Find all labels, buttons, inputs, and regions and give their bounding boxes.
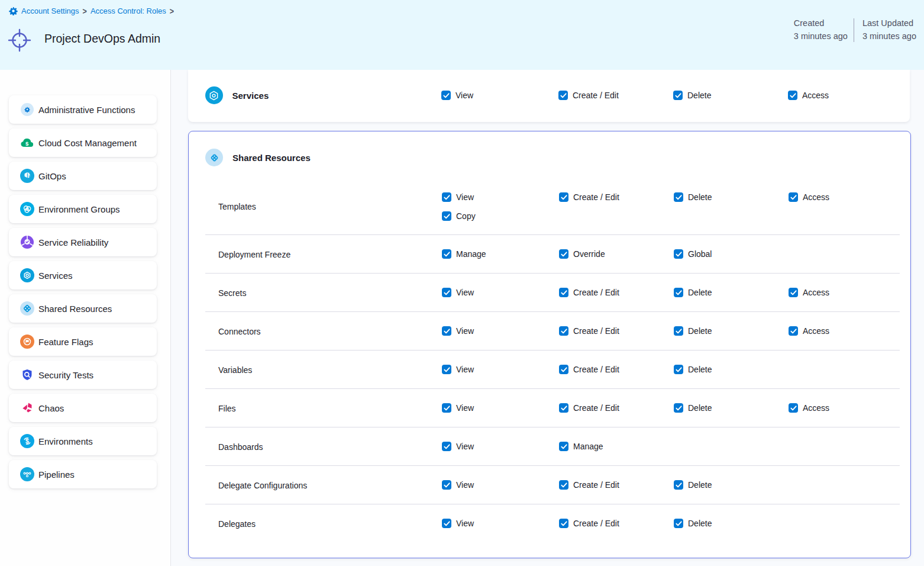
svg-text:$: $ [25, 140, 29, 147]
